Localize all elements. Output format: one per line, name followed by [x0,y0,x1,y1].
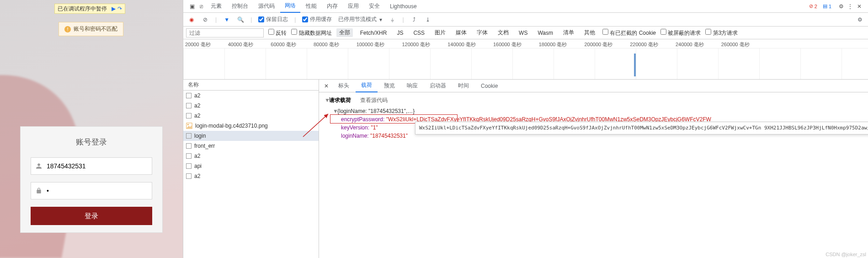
clear-icon[interactable]: ⊘ [202,16,209,23]
preserve-log-checkbox[interactable]: 保留日志 [258,16,288,23]
close-detail-icon[interactable]: ✕ [321,83,332,89]
val-loginname: "18745432531" [370,133,408,139]
filter-icon[interactable]: ▼ [223,16,230,23]
devtools-panel: ▣ ⎚ 元素 控制台 源代码 网络 性能 内存 应用 安全 Lighthouse… [183,0,868,258]
document-file-icon [186,163,192,169]
network-settings-icon[interactable]: ⚙ [856,16,863,23]
error-badge[interactable]: ⊘ 2 [809,3,817,9]
upload-har-icon[interactable]: ⤴ [410,16,418,23]
tab-network[interactable]: 网络 [280,0,300,13]
warning-icon: ! [64,26,71,32]
val-keyversion: "1" [371,124,378,131]
view-source-link[interactable]: 查看源代码 [360,96,388,104]
request-row[interactable]: a2 [183,91,319,101]
chip-css[interactable]: CSS [410,29,427,37]
request-row[interactable]: a2 [183,101,319,111]
request-name: a2 [194,113,200,119]
document-file-icon [186,173,192,179]
step-over-icon[interactable]: ↷ [117,5,122,12]
payload-body: ▼请求载荷 查看源代码 ▼{loginName: "18745432531",…… [319,92,868,144]
request-name: a2 [194,173,200,179]
request-row[interactable]: a2 [183,151,319,161]
wifi-icon[interactable]: ⏚ [389,16,396,23]
chip-doc[interactable]: 文档 [495,28,511,37]
timeline-marker [634,54,636,76]
triangle-down-icon[interactable]: ▼ [325,96,329,104]
tab-timing[interactable]: 时间 [453,80,474,92]
password-input[interactable] [47,187,147,194]
tab-preview[interactable]: 预览 [378,80,400,92]
tab-performance[interactable]: 性能 [301,0,321,13]
third-party-checkbox[interactable]: 第3方请求 [705,29,738,37]
blocked-cookie-checkbox[interactable]: 有已拦截的 Cookie [602,29,656,37]
request-row[interactable]: front_err [183,141,319,151]
watermark: CSDN @joker_zsl [825,252,866,257]
request-list-header: 名称 [183,80,319,91]
invert-checkbox[interactable]: 反转 [268,29,287,37]
chip-other[interactable]: 其他 [581,28,598,37]
close-devtools-icon[interactable]: ✕ [855,3,863,10]
blocked-req-checkbox[interactable]: 被屏蔽的请求 [660,29,701,37]
request-name: login [194,133,206,139]
request-name: front_err [194,143,215,149]
login-title: 账号登录 [31,137,152,147]
tab-headers[interactable]: 标头 [333,80,355,92]
chip-js[interactable]: JS [394,29,406,37]
request-name: a2 [194,92,200,99]
tab-payload[interactable]: 载荷 [356,80,378,92]
filter-input[interactable] [186,28,264,38]
chip-font[interactable]: 字体 [474,28,490,37]
device-toggle-icon[interactable]: ⎚ [197,3,205,10]
tab-application[interactable]: 应用 [343,0,363,13]
more-icon[interactable]: ⋮ [846,3,854,10]
chip-all[interactable]: 全部 [336,28,353,37]
request-row[interactable]: login [183,131,319,141]
disable-cache-checkbox[interactable]: 停用缓存 [302,16,332,23]
error-text: 账号和密码不匹配 [74,25,117,33]
tab-console[interactable]: 控制台 [227,0,253,13]
chip-manifest[interactable]: 清单 [560,28,577,37]
chip-img[interactable]: 图片 [432,28,448,37]
chip-wasm[interactable]: Wasm [535,29,556,37]
inspect-icon[interactable]: ▣ [188,3,196,10]
request-row[interactable]: a2 [183,171,319,181]
message-badge[interactable]: ▤ 1 [823,3,831,9]
chip-media[interactable]: 媒体 [453,28,469,37]
request-row[interactable]: login-modal-bg.c4d23710.png [183,121,319,131]
chip-fetch[interactable]: Fetch/XHR [357,29,390,37]
svg-point-1 [187,124,189,125]
request-row[interactable]: a2 [183,111,319,121]
tab-memory[interactable]: 内存 [322,0,342,13]
request-detail: ✕ 标头 载荷 预览 响应 启动器 时间 Cookie ▼请求载荷 查看源代码 … [319,80,868,258]
username-input[interactable] [47,162,147,170]
tab-initiator[interactable]: 启动器 [424,80,452,92]
document-file-icon [186,103,192,108]
document-file-icon [186,113,192,118]
login-button[interactable]: 登录 [31,207,152,225]
password-field[interactable] [31,182,152,199]
download-har-icon[interactable]: ⤓ [424,16,431,23]
timeline-overview[interactable] [183,48,868,80]
username-field[interactable] [31,157,152,175]
tab-security[interactable]: 安全 [364,0,384,13]
document-file-icon [186,93,192,98]
hide-data-checkbox[interactable]: 隐藏数据网址 [291,29,331,37]
triangle-down-icon[interactable]: ▼ [333,107,337,115]
search-icon[interactable]: 🔍 [237,16,244,23]
chip-ws[interactable]: WS [516,29,530,37]
request-name: a2 [194,153,200,159]
tab-sources[interactable]: 源代码 [254,0,279,13]
settings-icon[interactable]: ⚙ [837,3,845,10]
throttle-select[interactable]: 已停用节流模式 ▾ [338,16,382,23]
tab-response[interactable]: 响应 [401,80,423,92]
image-file-icon [186,123,192,129]
record-icon[interactable]: ◉ [188,16,195,23]
resume-icon[interactable]: ▶ [112,5,116,12]
tab-elements[interactable]: 元素 [206,0,226,13]
document-file-icon [186,153,192,159]
tab-lighthouse[interactable]: Lighthouse [385,0,421,13]
tab-cookies[interactable]: Cookie [475,80,503,92]
lock-icon [36,188,42,194]
request-row[interactable]: api [183,161,319,171]
document-file-icon [186,133,192,139]
